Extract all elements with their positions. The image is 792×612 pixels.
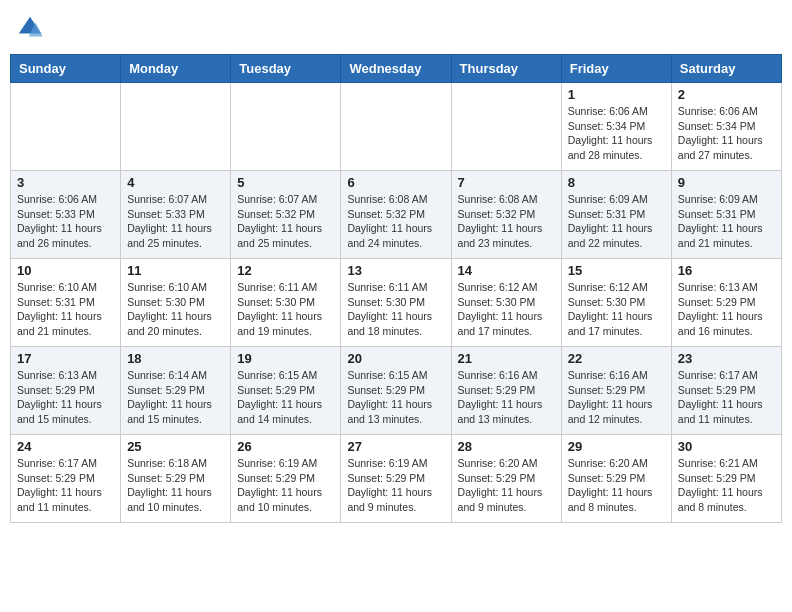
day-number: 29 [568,439,665,454]
day-cell: 19Sunrise: 6:15 AM Sunset: 5:29 PM Dayli… [231,347,341,435]
day-info: Sunrise: 6:12 AM Sunset: 5:30 PM Dayligh… [568,280,665,339]
day-cell: 10Sunrise: 6:10 AM Sunset: 5:31 PM Dayli… [11,259,121,347]
day-number: 26 [237,439,334,454]
day-cell: 21Sunrise: 6:16 AM Sunset: 5:29 PM Dayli… [451,347,561,435]
day-cell: 7Sunrise: 6:08 AM Sunset: 5:32 PM Daylig… [451,171,561,259]
weekday-header-thursday: Thursday [451,55,561,83]
weekday-header-monday: Monday [121,55,231,83]
day-number: 9 [678,175,775,190]
day-number: 15 [568,263,665,278]
day-cell: 2Sunrise: 6:06 AM Sunset: 5:34 PM Daylig… [671,83,781,171]
day-number: 18 [127,351,224,366]
week-row-2: 3Sunrise: 6:06 AM Sunset: 5:33 PM Daylig… [11,171,782,259]
weekday-header-wednesday: Wednesday [341,55,451,83]
day-info: Sunrise: 6:13 AM Sunset: 5:29 PM Dayligh… [678,280,775,339]
weekday-header-sunday: Sunday [11,55,121,83]
day-cell: 27Sunrise: 6:19 AM Sunset: 5:29 PM Dayli… [341,435,451,523]
weekday-header-saturday: Saturday [671,55,781,83]
day-info: Sunrise: 6:08 AM Sunset: 5:32 PM Dayligh… [458,192,555,251]
day-number: 23 [678,351,775,366]
day-cell: 4Sunrise: 6:07 AM Sunset: 5:33 PM Daylig… [121,171,231,259]
logo [16,14,48,42]
day-info: Sunrise: 6:10 AM Sunset: 5:31 PM Dayligh… [17,280,114,339]
day-number: 2 [678,87,775,102]
day-number: 13 [347,263,444,278]
day-cell [341,83,451,171]
day-number: 7 [458,175,555,190]
day-number: 19 [237,351,334,366]
day-number: 8 [568,175,665,190]
day-cell: 22Sunrise: 6:16 AM Sunset: 5:29 PM Dayli… [561,347,671,435]
day-cell: 28Sunrise: 6:20 AM Sunset: 5:29 PM Dayli… [451,435,561,523]
page-header [10,10,782,46]
day-cell: 29Sunrise: 6:20 AM Sunset: 5:29 PM Dayli… [561,435,671,523]
day-cell: 16Sunrise: 6:13 AM Sunset: 5:29 PM Dayli… [671,259,781,347]
day-cell: 13Sunrise: 6:11 AM Sunset: 5:30 PM Dayli… [341,259,451,347]
day-number: 27 [347,439,444,454]
day-info: Sunrise: 6:11 AM Sunset: 5:30 PM Dayligh… [237,280,334,339]
day-cell [11,83,121,171]
day-cell [121,83,231,171]
day-cell: 17Sunrise: 6:13 AM Sunset: 5:29 PM Dayli… [11,347,121,435]
day-info: Sunrise: 6:13 AM Sunset: 5:29 PM Dayligh… [17,368,114,427]
day-number: 1 [568,87,665,102]
day-info: Sunrise: 6:20 AM Sunset: 5:29 PM Dayligh… [458,456,555,515]
day-info: Sunrise: 6:14 AM Sunset: 5:29 PM Dayligh… [127,368,224,427]
weekday-header-tuesday: Tuesday [231,55,341,83]
day-number: 24 [17,439,114,454]
day-info: Sunrise: 6:21 AM Sunset: 5:29 PM Dayligh… [678,456,775,515]
day-info: Sunrise: 6:06 AM Sunset: 5:34 PM Dayligh… [568,104,665,163]
day-number: 4 [127,175,224,190]
logo-icon [16,14,44,42]
day-number: 30 [678,439,775,454]
day-number: 12 [237,263,334,278]
day-cell: 1Sunrise: 6:06 AM Sunset: 5:34 PM Daylig… [561,83,671,171]
day-number: 20 [347,351,444,366]
day-number: 22 [568,351,665,366]
weekday-header-row: SundayMondayTuesdayWednesdayThursdayFrid… [11,55,782,83]
day-number: 14 [458,263,555,278]
day-info: Sunrise: 6:15 AM Sunset: 5:29 PM Dayligh… [347,368,444,427]
day-cell: 14Sunrise: 6:12 AM Sunset: 5:30 PM Dayli… [451,259,561,347]
day-cell: 8Sunrise: 6:09 AM Sunset: 5:31 PM Daylig… [561,171,671,259]
calendar: SundayMondayTuesdayWednesdayThursdayFrid… [10,54,782,523]
day-cell [451,83,561,171]
day-info: Sunrise: 6:12 AM Sunset: 5:30 PM Dayligh… [458,280,555,339]
day-cell: 30Sunrise: 6:21 AM Sunset: 5:29 PM Dayli… [671,435,781,523]
day-info: Sunrise: 6:11 AM Sunset: 5:30 PM Dayligh… [347,280,444,339]
day-number: 6 [347,175,444,190]
day-info: Sunrise: 6:06 AM Sunset: 5:33 PM Dayligh… [17,192,114,251]
day-info: Sunrise: 6:16 AM Sunset: 5:29 PM Dayligh… [568,368,665,427]
week-row-4: 17Sunrise: 6:13 AM Sunset: 5:29 PM Dayli… [11,347,782,435]
day-cell: 11Sunrise: 6:10 AM Sunset: 5:30 PM Dayli… [121,259,231,347]
day-cell: 9Sunrise: 6:09 AM Sunset: 5:31 PM Daylig… [671,171,781,259]
day-cell: 24Sunrise: 6:17 AM Sunset: 5:29 PM Dayli… [11,435,121,523]
day-cell: 18Sunrise: 6:14 AM Sunset: 5:29 PM Dayli… [121,347,231,435]
day-number: 10 [17,263,114,278]
weekday-header-friday: Friday [561,55,671,83]
day-cell: 26Sunrise: 6:19 AM Sunset: 5:29 PM Dayli… [231,435,341,523]
day-number: 28 [458,439,555,454]
day-info: Sunrise: 6:08 AM Sunset: 5:32 PM Dayligh… [347,192,444,251]
day-info: Sunrise: 6:06 AM Sunset: 5:34 PM Dayligh… [678,104,775,163]
day-number: 3 [17,175,114,190]
day-info: Sunrise: 6:09 AM Sunset: 5:31 PM Dayligh… [678,192,775,251]
day-number: 17 [17,351,114,366]
day-info: Sunrise: 6:16 AM Sunset: 5:29 PM Dayligh… [458,368,555,427]
week-row-5: 24Sunrise: 6:17 AM Sunset: 5:29 PM Dayli… [11,435,782,523]
day-cell [231,83,341,171]
day-number: 21 [458,351,555,366]
day-info: Sunrise: 6:19 AM Sunset: 5:29 PM Dayligh… [237,456,334,515]
day-info: Sunrise: 6:10 AM Sunset: 5:30 PM Dayligh… [127,280,224,339]
day-number: 25 [127,439,224,454]
day-cell: 20Sunrise: 6:15 AM Sunset: 5:29 PM Dayli… [341,347,451,435]
day-info: Sunrise: 6:09 AM Sunset: 5:31 PM Dayligh… [568,192,665,251]
day-cell: 23Sunrise: 6:17 AM Sunset: 5:29 PM Dayli… [671,347,781,435]
day-number: 5 [237,175,334,190]
day-cell: 15Sunrise: 6:12 AM Sunset: 5:30 PM Dayli… [561,259,671,347]
day-cell: 6Sunrise: 6:08 AM Sunset: 5:32 PM Daylig… [341,171,451,259]
day-cell: 5Sunrise: 6:07 AM Sunset: 5:32 PM Daylig… [231,171,341,259]
day-cell: 25Sunrise: 6:18 AM Sunset: 5:29 PM Dayli… [121,435,231,523]
day-info: Sunrise: 6:17 AM Sunset: 5:29 PM Dayligh… [678,368,775,427]
week-row-1: 1Sunrise: 6:06 AM Sunset: 5:34 PM Daylig… [11,83,782,171]
